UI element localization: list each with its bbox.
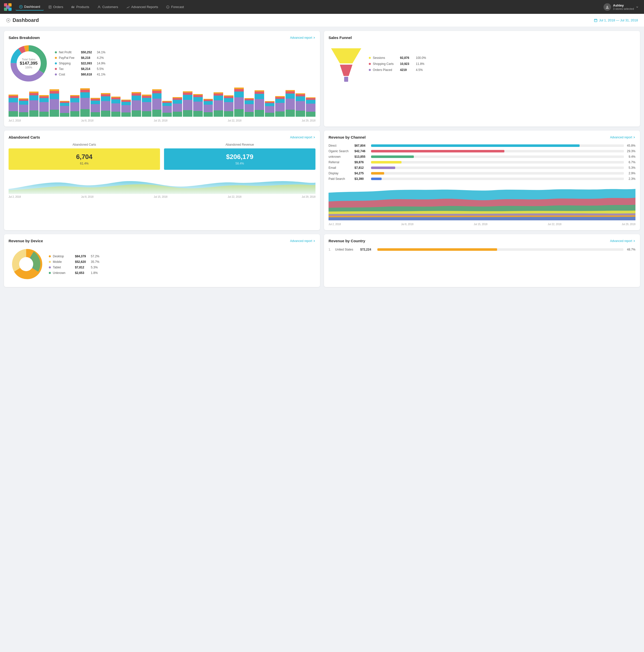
bar-group bbox=[80, 88, 90, 117]
funnel-section: Sessions 92,876 100.0% Shopping Carts 10… bbox=[328, 43, 636, 84]
revenue-by-device-title: Revenue by Device bbox=[8, 239, 43, 243]
svg-rect-32 bbox=[344, 77, 348, 82]
subheader: Dashboard Jul 1, 2018 — Jul 31, 2018 bbox=[0, 14, 644, 27]
user-subtitle: 3 stores selected bbox=[613, 7, 634, 10]
channel-row: Direct $67,804 45.8% bbox=[328, 143, 636, 148]
bar-segment bbox=[306, 112, 316, 117]
bar-group bbox=[224, 95, 234, 117]
bar-group bbox=[8, 94, 18, 117]
revenue-by-channel-link[interactable]: Advanced report bbox=[610, 136, 636, 139]
bar-segment bbox=[90, 104, 100, 112]
bar-segment bbox=[214, 93, 223, 96]
bar-segment bbox=[296, 96, 305, 101]
bar-segment bbox=[254, 110, 264, 117]
bar-segment bbox=[296, 111, 305, 117]
bar-group bbox=[234, 87, 244, 117]
donut-center: Total Sales $147,395 100% bbox=[20, 58, 38, 69]
abandoned-carts-link[interactable]: Advanced report bbox=[290, 136, 316, 139]
bar-segment bbox=[224, 96, 234, 98]
bar-segment bbox=[275, 97, 285, 99]
channel-row: Referral $9,876 6.7% bbox=[328, 160, 636, 165]
sales-bar-chart bbox=[8, 87, 316, 118]
bar-segment bbox=[286, 93, 295, 99]
bar-segment bbox=[254, 91, 264, 94]
sales-funnel-header: Sales Funnel bbox=[328, 35, 636, 40]
nav-item-products[interactable]: Products bbox=[68, 3, 92, 10]
bar-segment bbox=[162, 103, 172, 106]
bar-segment bbox=[50, 89, 59, 91]
sales-funnel-card: Sales Funnel Sessions 92,876 100.0% Shop… bbox=[324, 31, 640, 127]
bar-group bbox=[90, 98, 100, 117]
revenue-by-country-title: Revenue by Country bbox=[328, 239, 365, 243]
abandoned-chart-labels: Jul 2, 2018Jul 8, 2018Jul 15, 2018Jul 22… bbox=[8, 194, 316, 198]
nav-item-advanced-reports[interactable]: Advanced Reports bbox=[123, 3, 162, 10]
funnel-dot bbox=[369, 69, 371, 71]
bar-group bbox=[70, 95, 80, 117]
bar-group bbox=[254, 90, 264, 117]
bar-segment bbox=[234, 109, 244, 117]
revenue-by-device-header: Revenue by Device Advanced report bbox=[8, 239, 316, 243]
bar-segment bbox=[70, 111, 80, 117]
bar-group bbox=[111, 97, 121, 117]
channel-bar bbox=[371, 150, 504, 153]
nav-label-orders: Orders bbox=[53, 5, 63, 9]
bar-group bbox=[172, 97, 182, 117]
revenue-by-device-link[interactable]: Advanced report bbox=[290, 239, 316, 243]
bar-group bbox=[39, 95, 49, 117]
nav-label-customers: Customers bbox=[102, 5, 118, 9]
revenue-by-country-link[interactable]: Advanced report bbox=[610, 239, 636, 243]
bar-group bbox=[101, 93, 110, 117]
revenue-by-channel-title: Revenue by Channel bbox=[328, 135, 366, 139]
bar-segment bbox=[19, 112, 28, 117]
sales-breakdown-card: Sales Breakdown Advanced report bbox=[4, 31, 320, 127]
funnel-dot bbox=[369, 63, 371, 65]
legend-item: Shipping $22,093 14.9% bbox=[55, 62, 106, 65]
bar-group bbox=[296, 93, 305, 117]
funnel-row: Sessions 92,876 100.0% bbox=[369, 56, 426, 60]
bar-segment bbox=[193, 97, 203, 102]
revenue-by-country-header: Revenue by Country Advanced report bbox=[328, 239, 636, 243]
bar-segment bbox=[214, 110, 223, 117]
channel-stacked-area bbox=[328, 185, 636, 220]
metric-box: Abandoned Revenue $206,179 58.4% bbox=[164, 143, 316, 170]
dashboard-icon bbox=[6, 18, 10, 23]
legend-item: Net Profit $50,252 34.1% bbox=[55, 51, 106, 54]
channel-chart-labels: Jul 2, 2018Jul 8, 2018Jul 15, 2018Jul 22… bbox=[328, 221, 636, 226]
nav-item-orders[interactable]: Orders bbox=[45, 3, 67, 10]
bar-segment bbox=[101, 94, 110, 96]
legend-item: Cost $60,618 41.1% bbox=[55, 73, 106, 76]
channel-bar bbox=[371, 172, 384, 174]
bar-segment bbox=[204, 101, 213, 105]
date-range[interactable]: Jul 1, 2018 — Jul 31, 2018 bbox=[594, 18, 638, 22]
channel-row: Oganic Search $42,746 29.3% bbox=[328, 148, 636, 154]
bar-segment bbox=[8, 96, 18, 98]
page-title-container: Dashboard bbox=[6, 17, 39, 23]
arrow-right-icon bbox=[313, 136, 316, 139]
bar-group bbox=[204, 99, 213, 117]
bar-segment bbox=[101, 111, 110, 117]
bar-segment bbox=[254, 99, 264, 110]
bar-segment bbox=[296, 101, 305, 111]
user-menu[interactable]: Ashley 3 stores selected bbox=[601, 2, 641, 12]
bar-segment bbox=[152, 91, 162, 93]
nav-item-customers[interactable]: Customers bbox=[94, 3, 122, 10]
nav-item-forecast[interactable]: Forecast bbox=[162, 3, 187, 10]
bar-segment bbox=[275, 111, 285, 117]
bar-segment bbox=[204, 112, 213, 117]
bar-segment bbox=[132, 110, 141, 117]
sales-breakdown-link[interactable]: Advanced report bbox=[290, 36, 316, 39]
nav-item-dashboard[interactable]: Dashboard bbox=[16, 3, 44, 10]
nav-label-dashboard: Dashboard bbox=[24, 5, 40, 8]
bar-segment bbox=[80, 109, 90, 117]
bar-segment bbox=[80, 90, 90, 92]
user-name: Ashley bbox=[613, 3, 634, 7]
main-content: Sales Breakdown Advanced report bbox=[0, 27, 644, 291]
sales-breakdown-header: Sales Breakdown Advanced report bbox=[8, 35, 316, 40]
bar-segment bbox=[8, 102, 18, 111]
bar-segment bbox=[111, 99, 121, 103]
channel-bar-container bbox=[371, 172, 624, 174]
bar-segment bbox=[90, 99, 100, 101]
bar-segment bbox=[39, 96, 49, 98]
bar-segment bbox=[50, 99, 59, 110]
country-bar-wrap bbox=[377, 248, 623, 251]
